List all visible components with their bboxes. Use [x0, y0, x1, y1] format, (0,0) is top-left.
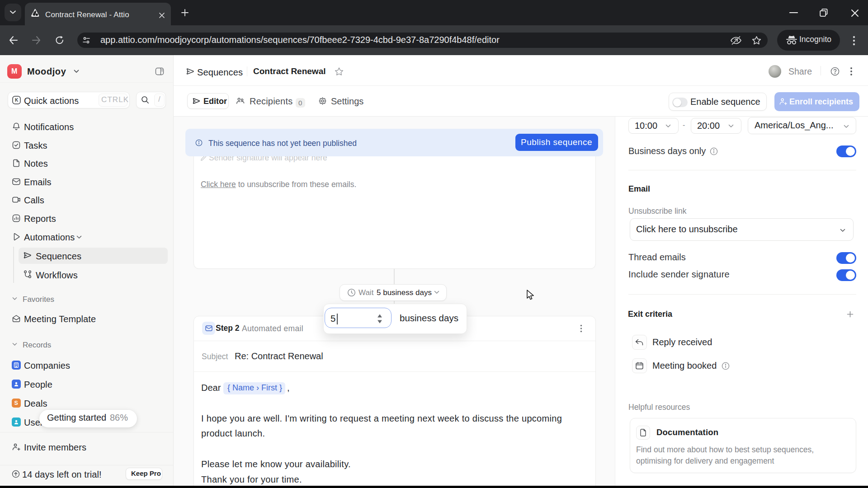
svg-text:K: K: [15, 98, 19, 103]
